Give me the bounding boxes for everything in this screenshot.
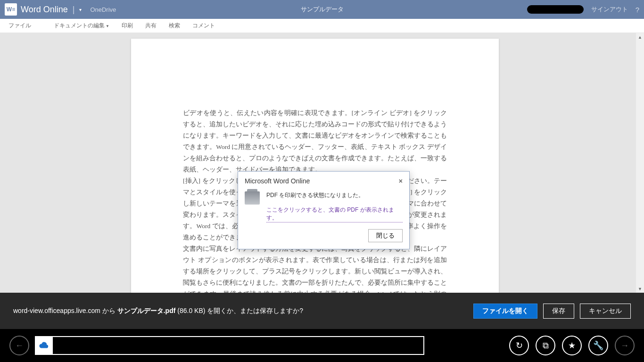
document-workspace: ビデオを使うと、伝えたい内容を明確に表現できます。[オンライン ビデオ] をクリ… bbox=[0, 33, 644, 293]
search-cmd[interactable]: 検索 bbox=[169, 22, 180, 30]
dialog-pdf-link[interactable]: ここをクリックすると、文書の PDF が表示されます。 bbox=[266, 206, 403, 222]
cancel-download-button[interactable]: キャンセル bbox=[580, 304, 631, 319]
back-button[interactable]: ← bbox=[9, 336, 29, 355]
edit-document-menu[interactable]: ドキュメントの編集▼ bbox=[54, 22, 109, 30]
pdf-ready-dialog: Microsoft Word Online × PDF を印刷できる状態になりま… bbox=[238, 171, 410, 249]
browser-chrome-bar: ← ↻ ⧉ ★ 🔧 → bbox=[0, 329, 644, 362]
sign-out-link[interactable]: サインアウト bbox=[591, 5, 628, 14]
doc-paragraph: 文書内に写真をレイアウトする方法を変更するには、写真をクリックすると、隣にレイア… bbox=[183, 243, 447, 293]
help-button[interactable]: ? bbox=[636, 6, 639, 14]
document-title[interactable]: サンプルデータ bbox=[301, 5, 344, 14]
scroll-down-icon[interactable]: ▼ bbox=[636, 285, 644, 293]
command-toolbar: ファイル ドキュメントの編集▼ 印刷 共有 検索 コメント bbox=[0, 19, 644, 33]
tabs-button[interactable]: ⧉ bbox=[536, 336, 555, 355]
share-cmd[interactable]: 共有 bbox=[145, 22, 157, 30]
dialog-title: Microsoft Word Online bbox=[245, 177, 310, 185]
address-bar[interactable] bbox=[53, 336, 424, 355]
download-message: word-view.officeapps.live.com から サンプルデータ… bbox=[13, 307, 303, 315]
arrow-right-icon: → bbox=[620, 341, 629, 351]
print-cmd[interactable]: 印刷 bbox=[122, 22, 133, 30]
app-name: Word Online bbox=[21, 5, 68, 15]
cloud-icon bbox=[39, 340, 49, 351]
onedrive-link[interactable]: OneDrive bbox=[90, 6, 116, 13]
download-notification-bar: word-view.officeapps.live.com から サンプルデータ… bbox=[0, 293, 644, 329]
title-bar: W≡ Word Online | ▾ OneDrive サンプルデータ サインア… bbox=[0, 0, 644, 19]
word-logo-icon: W≡ bbox=[5, 3, 17, 16]
forward-button[interactable]: → bbox=[615, 336, 635, 355]
onedrive-favicon[interactable] bbox=[35, 336, 53, 355]
doc-paragraph: ビデオを使うと、伝えたい内容を明確に表現できます。[オンライン ビデオ] をクリ… bbox=[183, 107, 447, 175]
refresh-icon: ↻ bbox=[516, 340, 523, 351]
file-menu[interactable]: ファイル bbox=[8, 22, 31, 30]
user-name-redacted bbox=[527, 5, 584, 14]
caret-down-icon: ▼ bbox=[106, 24, 109, 28]
dialog-close-button[interactable]: × bbox=[399, 177, 403, 185]
vertical-scrollbar[interactable]: ▲ ▼ bbox=[636, 33, 644, 293]
star-icon: ★ bbox=[568, 340, 576, 351]
divider: | bbox=[73, 5, 75, 15]
tools-button[interactable]: 🔧 bbox=[588, 336, 608, 355]
wrench-icon: 🔧 bbox=[593, 340, 603, 351]
refresh-button[interactable]: ↻ bbox=[509, 336, 529, 355]
arrow-left-icon: ← bbox=[15, 341, 24, 351]
comment-cmd[interactable]: コメント bbox=[192, 22, 215, 30]
open-file-button[interactable]: ファイルを開く bbox=[473, 304, 537, 319]
app-dropdown-icon[interactable]: ▾ bbox=[79, 7, 82, 12]
document-page: ビデオを使うと、伝えたい内容を明確に表現できます。[オンライン ビデオ] をクリ… bbox=[131, 39, 499, 293]
scroll-up-icon[interactable]: ▲ bbox=[636, 33, 644, 41]
tabs-icon: ⧉ bbox=[543, 341, 549, 351]
dialog-close-btn[interactable]: 閉じる bbox=[368, 229, 403, 242]
printer-icon bbox=[245, 191, 260, 205]
dialog-message: PDF を印刷できる状態になりました。 bbox=[266, 191, 403, 199]
favorites-button[interactable]: ★ bbox=[562, 336, 582, 355]
save-file-button[interactable]: 保存 bbox=[543, 304, 574, 319]
